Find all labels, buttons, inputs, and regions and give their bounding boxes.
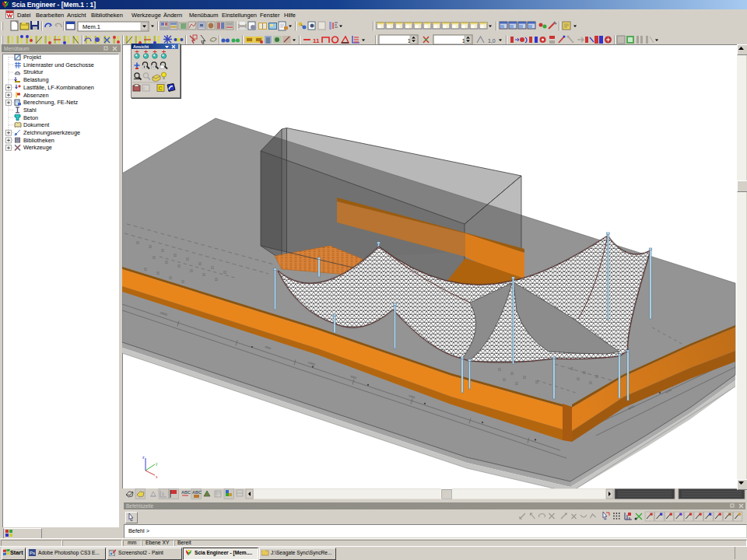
- svg-text:Linienraster und Geschosse: Linienraster und Geschosse: [23, 61, 94, 68]
- svg-text:C: C: [143, 86, 146, 90]
- svg-text:Zeichnungswerkzeuge: Zeichnungswerkzeuge: [23, 129, 80, 136]
- svg-text:Bibliotheken: Bibliotheken: [23, 137, 54, 144]
- svg-text:Struktur: Struktur: [23, 68, 44, 75]
- svg-text:z: z: [142, 455, 145, 460]
- svg-text:11: 11: [313, 37, 320, 44]
- svg-text:y: y: [156, 461, 158, 466]
- svg-text:C: C: [159, 86, 163, 91]
- svg-text:x: x: [156, 474, 158, 479]
- svg-text:ABC: ABC: [192, 490, 202, 495]
- svg-text:Absenzen: Absenzen: [23, 92, 48, 99]
- svg-text:Projekt: Projekt: [23, 54, 41, 61]
- svg-text:Lastfälle, LF-Kombinationen: Lastfälle, LF-Kombinationen: [23, 84, 94, 91]
- svg-text:Stahl: Stahl: [23, 107, 37, 114]
- svg-text:Berechnung, FE-Netz: Berechnung, FE-Netz: [23, 99, 79, 106]
- svg-text:Beton: Beton: [23, 114, 38, 121]
- svg-text:Ps: Ps: [30, 551, 35, 555]
- svg-text:Dokument: Dokument: [23, 121, 49, 128]
- svg-text:Belastung: Belastung: [23, 76, 48, 83]
- svg-text:Werkzeuge: Werkzeuge: [23, 144, 52, 151]
- svg-text:Mem.1: Mem.1: [82, 23, 100, 30]
- svg-text:1,0: 1,0: [488, 38, 496, 44]
- svg-text:ABC: ABC: [181, 490, 191, 495]
- svg-text:1: 1: [162, 492, 164, 496]
